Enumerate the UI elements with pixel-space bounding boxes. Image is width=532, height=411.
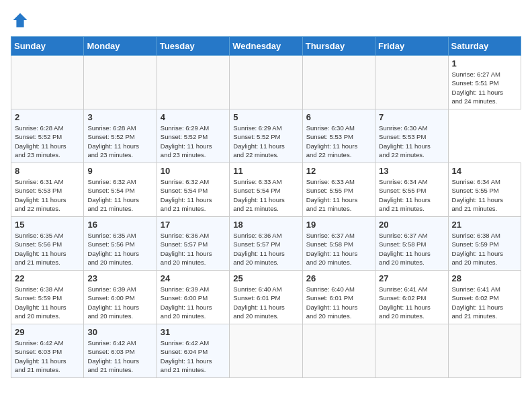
day-info: Sunrise: 6:39 AM Sunset: 6:00 PM Dayligh… bbox=[161, 285, 226, 320]
day-number: 31 bbox=[161, 327, 226, 337]
calendar-week-0: 1 Sunrise: 6:27 AM Sunset: 5:51 PM Dayli… bbox=[11, 56, 521, 109]
calendar-cell: 14 Sunrise: 6:34 AM Sunset: 5:55 PM Dayl… bbox=[448, 163, 521, 217]
day-number: 11 bbox=[233, 166, 298, 176]
day-info: Sunrise: 6:40 AM Sunset: 6:01 PM Dayligh… bbox=[233, 285, 298, 320]
day-number: 14 bbox=[452, 166, 517, 176]
calendar-cell: 26 Sunrise: 6:40 AM Sunset: 6:01 PM Dayl… bbox=[302, 271, 375, 324]
calendar-cell: 23 Sunrise: 6:39 AM Sunset: 6:00 PM Dayl… bbox=[84, 271, 157, 324]
day-info: Sunrise: 6:42 AM Sunset: 6:03 PM Dayligh… bbox=[15, 338, 80, 374]
calendar-cell: 16 Sunrise: 6:35 AM Sunset: 5:56 PM Dayl… bbox=[84, 217, 157, 271]
calendar-cell: 7 Sunrise: 6:30 AM Sunset: 5:53 PM Dayli… bbox=[375, 109, 448, 163]
day-number: 4 bbox=[161, 112, 226, 122]
calendar-cell: 25 Sunrise: 6:40 AM Sunset: 6:01 PM Dayl… bbox=[230, 271, 302, 324]
day-number: 13 bbox=[379, 166, 444, 176]
calendar-cell: 11 Sunrise: 6:33 AM Sunset: 5:54 PM Dayl… bbox=[230, 163, 302, 217]
day-number: 15 bbox=[15, 220, 80, 230]
day-header-thursday: Thursday bbox=[302, 37, 375, 56]
logo bbox=[11, 11, 32, 30]
calendar-cell: 27 Sunrise: 6:41 AM Sunset: 6:02 PM Dayl… bbox=[375, 271, 448, 324]
calendar-cell: 12 Sunrise: 6:33 AM Sunset: 5:55 PM Dayl… bbox=[302, 163, 375, 217]
day-header-wednesday: Wednesday bbox=[230, 37, 302, 56]
calendar-cell: 4 Sunrise: 6:29 AM Sunset: 5:52 PM Dayli… bbox=[157, 109, 229, 163]
day-number: 8 bbox=[15, 166, 80, 176]
day-info: Sunrise: 6:28 AM Sunset: 5:52 PM Dayligh… bbox=[15, 124, 80, 159]
calendar-cell: 1 Sunrise: 6:27 AM Sunset: 5:51 PM Dayli… bbox=[448, 56, 521, 109]
day-number: 16 bbox=[87, 220, 152, 230]
calendar-cell bbox=[230, 324, 302, 378]
calendar-cell: 29 Sunrise: 6:42 AM Sunset: 6:03 PM Dayl… bbox=[11, 324, 84, 378]
day-info: Sunrise: 6:29 AM Sunset: 5:52 PM Dayligh… bbox=[161, 124, 226, 159]
day-header-monday: Monday bbox=[84, 37, 157, 56]
day-number: 28 bbox=[452, 273, 517, 283]
day-number: 19 bbox=[306, 220, 371, 230]
day-info: Sunrise: 6:31 AM Sunset: 5:53 PM Dayligh… bbox=[15, 177, 80, 213]
day-number: 5 bbox=[233, 112, 298, 122]
calendar-cell bbox=[84, 56, 157, 109]
day-number: 21 bbox=[452, 220, 517, 230]
day-number: 2 bbox=[15, 112, 80, 122]
day-header-friday: Friday bbox=[375, 37, 448, 56]
calendar-week-1: 2 Sunrise: 6:28 AM Sunset: 5:52 PM Dayli… bbox=[11, 109, 521, 163]
calendar-cell bbox=[11, 56, 84, 109]
calendar-cell: 6 Sunrise: 6:30 AM Sunset: 5:53 PM Dayli… bbox=[302, 109, 375, 163]
day-number: 22 bbox=[15, 273, 80, 283]
calendar-cell: 31 Sunrise: 6:42 AM Sunset: 6:04 PM Dayl… bbox=[157, 324, 229, 378]
day-number: 12 bbox=[306, 166, 371, 176]
calendar-header-row: SundayMondayTuesdayWednesdayThursdayFrid… bbox=[11, 37, 521, 56]
day-number: 3 bbox=[87, 112, 152, 122]
calendar-cell: 19 Sunrise: 6:37 AM Sunset: 5:58 PM Dayl… bbox=[302, 217, 375, 271]
day-info: Sunrise: 6:33 AM Sunset: 5:54 PM Dayligh… bbox=[233, 177, 298, 213]
day-number: 23 bbox=[87, 273, 152, 283]
calendar-cell: 24 Sunrise: 6:39 AM Sunset: 6:00 PM Dayl… bbox=[157, 271, 229, 324]
day-info: Sunrise: 6:37 AM Sunset: 5:58 PM Dayligh… bbox=[306, 231, 371, 267]
day-number: 1 bbox=[452, 58, 517, 68]
calendar-cell: 8 Sunrise: 6:31 AM Sunset: 5:53 PM Dayli… bbox=[11, 163, 84, 217]
calendar-cell bbox=[302, 56, 375, 109]
calendar-cell bbox=[230, 56, 302, 109]
day-info: Sunrise: 6:38 AM Sunset: 5:59 PM Dayligh… bbox=[15, 285, 80, 320]
logo-icon bbox=[11, 11, 30, 30]
calendar-cell bbox=[302, 324, 375, 378]
calendar-body: 1 Sunrise: 6:27 AM Sunset: 5:51 PM Dayli… bbox=[11, 56, 521, 378]
calendar-cell: 9 Sunrise: 6:32 AM Sunset: 5:54 PM Dayli… bbox=[84, 163, 157, 217]
calendar-week-2: 8 Sunrise: 6:31 AM Sunset: 5:53 PM Dayli… bbox=[11, 163, 521, 217]
day-number: 10 bbox=[161, 166, 226, 176]
day-number: 6 bbox=[306, 112, 371, 122]
calendar-cell bbox=[375, 56, 448, 109]
calendar-week-3: 15 Sunrise: 6:35 AM Sunset: 5:56 PM Dayl… bbox=[11, 217, 521, 271]
day-info: Sunrise: 6:34 AM Sunset: 5:55 PM Dayligh… bbox=[452, 177, 517, 213]
day-number: 7 bbox=[379, 112, 444, 122]
calendar-week-5: 29 Sunrise: 6:42 AM Sunset: 6:03 PM Dayl… bbox=[11, 324, 521, 378]
day-info: Sunrise: 6:36 AM Sunset: 5:57 PM Dayligh… bbox=[233, 231, 298, 267]
day-number: 27 bbox=[379, 273, 444, 283]
header bbox=[11, 11, 521, 30]
day-info: Sunrise: 6:35 AM Sunset: 5:56 PM Dayligh… bbox=[15, 231, 80, 267]
svg-marker-0 bbox=[13, 13, 28, 28]
day-header-tuesday: Tuesday bbox=[157, 37, 229, 56]
day-number: 29 bbox=[15, 327, 80, 337]
day-info: Sunrise: 6:32 AM Sunset: 5:54 PM Dayligh… bbox=[161, 177, 226, 213]
day-info: Sunrise: 6:30 AM Sunset: 5:53 PM Dayligh… bbox=[306, 124, 371, 159]
calendar-cell bbox=[375, 324, 448, 378]
day-info: Sunrise: 6:34 AM Sunset: 5:55 PM Dayligh… bbox=[379, 177, 444, 213]
day-number: 9 bbox=[87, 166, 152, 176]
calendar-cell bbox=[448, 324, 521, 378]
calendar-cell bbox=[157, 56, 229, 109]
day-info: Sunrise: 6:37 AM Sunset: 5:58 PM Dayligh… bbox=[379, 231, 444, 267]
calendar-cell: 13 Sunrise: 6:34 AM Sunset: 5:55 PM Dayl… bbox=[375, 163, 448, 217]
calendar-cell: 5 Sunrise: 6:29 AM Sunset: 5:52 PM Dayli… bbox=[230, 109, 302, 163]
day-header-saturday: Saturday bbox=[448, 37, 521, 56]
calendar-week-4: 22 Sunrise: 6:38 AM Sunset: 5:59 PM Dayl… bbox=[11, 271, 521, 324]
day-header-sunday: Sunday bbox=[11, 37, 84, 56]
day-number: 26 bbox=[306, 273, 371, 283]
day-number: 24 bbox=[161, 273, 226, 283]
day-info: Sunrise: 6:36 AM Sunset: 5:57 PM Dayligh… bbox=[161, 231, 226, 267]
calendar-cell: 21 Sunrise: 6:38 AM Sunset: 5:59 PM Dayl… bbox=[448, 217, 521, 271]
day-info: Sunrise: 6:35 AM Sunset: 5:56 PM Dayligh… bbox=[87, 231, 152, 267]
day-info: Sunrise: 6:40 AM Sunset: 6:01 PM Dayligh… bbox=[306, 285, 371, 320]
calendar-cell: 20 Sunrise: 6:37 AM Sunset: 5:58 PM Dayl… bbox=[375, 217, 448, 271]
day-info: Sunrise: 6:39 AM Sunset: 6:00 PM Dayligh… bbox=[87, 285, 152, 320]
day-info: Sunrise: 6:42 AM Sunset: 6:03 PM Dayligh… bbox=[87, 338, 152, 374]
day-number: 18 bbox=[233, 220, 298, 230]
day-info: Sunrise: 6:33 AM Sunset: 5:55 PM Dayligh… bbox=[306, 177, 371, 213]
